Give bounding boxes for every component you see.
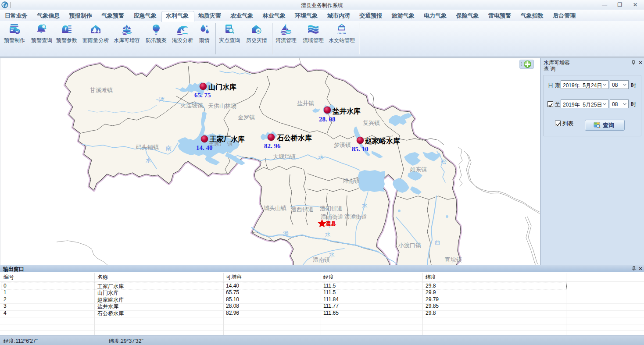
svg-text:甘溪滩镇: 甘溪滩镇 — [90, 87, 113, 93]
svg-text:松: 松 — [440, 158, 447, 165]
svg-text:梦溪镇: 梦溪镇 — [334, 142, 351, 148]
svg-text:王家厂水库: 王家厂水库 — [209, 135, 245, 143]
svg-text:3: 3 — [257, 29, 259, 32]
svg-text:码头铺镇: 码头铺镇 — [136, 144, 159, 150]
svg-text:水: 水 — [362, 202, 368, 209]
svg-text:小渡口镇: 小渡口镇 — [398, 242, 421, 249]
svg-text:85. 10: 85. 10 — [352, 146, 369, 153]
svg-text:澧县: 澧县 — [325, 221, 336, 227]
svg-text:金罗镇: 金罗镇 — [238, 114, 255, 121]
svg-text:大堰垱镇: 大堰垱镇 — [273, 153, 296, 160]
svg-text:澧澹街道: 澧澹街道 — [344, 213, 367, 220]
svg-text:82. 96: 82. 96 — [264, 142, 281, 149]
svg-text:赵家峪水库: 赵家峪水库 — [365, 137, 400, 145]
svg-text:官垸镇: 官垸镇 — [445, 256, 462, 263]
svg-text:水: 水 — [329, 251, 335, 258]
svg-text:14. 40: 14. 40 — [196, 144, 213, 151]
svg-text:涔南镇: 涔南镇 — [343, 178, 360, 184]
svg-text:涔: 涔 — [159, 96, 165, 103]
svg-text:水: 水 — [318, 154, 324, 160]
svg-text:盐井镇: 盐井镇 — [297, 100, 314, 107]
svg-text:盐井水库: 盐井水库 — [332, 107, 361, 115]
svg-text:65. 75: 65. 75 — [194, 92, 211, 99]
svg-text:水: 水 — [146, 157, 151, 164]
svg-text:天供山林场: 天供山林场 — [208, 103, 236, 109]
svg-text:城头山镇: 城头山镇 — [264, 205, 286, 211]
svg-text:复兴镇: 复兴镇 — [363, 120, 380, 126]
svg-text:南: 南 — [166, 145, 172, 151]
svg-text:澹: 澹 — [283, 230, 289, 237]
svg-text:澧浦街道: 澧浦街道 — [321, 213, 343, 220]
svg-text:如东镇: 如东镇 — [410, 166, 427, 173]
svg-text:28. 08: 28. 08 — [319, 116, 336, 123]
svg-text:西: 西 — [435, 239, 440, 245]
svg-text:山门水库: 山门水库 — [208, 83, 236, 91]
svg-text:澧阳街道: 澧阳街道 — [320, 205, 343, 212]
svg-text:石公桥水库: 石公桥水库 — [276, 134, 312, 142]
svg-text:澧西街道: 澧西街道 — [291, 206, 314, 213]
svg-text:水: 水 — [325, 231, 331, 238]
svg-text:火连坡镇: 火连坡镇 — [180, 102, 203, 109]
svg-text:澧南镇: 澧南镇 — [313, 256, 330, 263]
